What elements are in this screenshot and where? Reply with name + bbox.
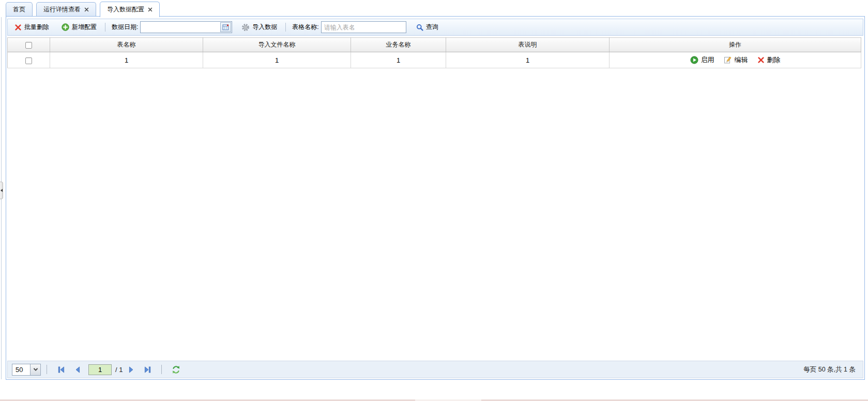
tab-run-detail-label: 运行详情查看 [43,5,81,14]
enable-label: 启用 [701,55,714,65]
page-size-select[interactable]: 50 [12,364,41,376]
row-checkbox[interactable] [25,57,32,64]
left-arrow-icon [1,189,3,192]
pager-summary: 每页 50 条,共 1 条 [803,365,859,374]
header-checkbox-cell [8,38,50,52]
column-header-actions: 操作 [610,38,861,52]
datagrid: 表名称 导入文件名称 业务名称 表说明 操作 1 1 1 1 [7,37,863,68]
import-data-label: 导入数据 [252,23,277,32]
gear-icon [241,23,250,32]
cell-import-file-name: 1 [203,52,351,68]
column-header-table-name: 表名称 [50,38,203,52]
tab-bar: 首页 运行详情查看 导入数据配置 [6,0,163,17]
table-name-input[interactable] [321,21,406,33]
tab-home-label: 首页 [13,5,25,14]
total-pages-label: / 1 [115,366,123,374]
search-label: 查询 [426,23,438,32]
enable-button[interactable]: 启用 [690,55,714,65]
chevron-down-icon[interactable] [30,364,40,375]
cell-business-name: 1 [351,52,446,68]
select-all-checkbox[interactable] [25,42,32,49]
column-header-business-name: 业务名称 [351,38,446,52]
toolbar-separator [285,23,286,32]
tab-home[interactable]: 首页 [6,2,33,16]
batch-delete-label: 批量删除 [24,23,49,32]
edit-label: 编辑 [735,55,748,65]
delete-label: 删除 [767,55,781,65]
table-row[interactable]: 1 1 1 1 [8,52,861,68]
tab-import-config[interactable]: 导入数据配置 [100,2,160,17]
add-config-button[interactable]: 新增配置 [59,22,99,33]
cell-actions: 启用 编辑 [610,52,861,68]
import-data-button[interactable]: 导入数据 [239,22,279,33]
tab-run-detail[interactable]: 运行详情查看 [36,2,96,16]
search-button[interactable]: 查询 [414,22,440,33]
red-x-icon [14,24,22,31]
column-header-import-file-name: 导入文件名称 [203,38,351,52]
west-collapse-handle[interactable] [0,182,3,199]
next-page-button[interactable] [124,363,138,376]
pencil-icon [724,56,732,64]
tab-close-icon[interactable] [148,7,153,12]
current-page-input[interactable] [88,364,112,375]
tab-close-icon[interactable] [84,7,89,12]
green-plus-circle-icon [62,23,69,31]
page-size-value: 50 [12,364,30,375]
toolbar-separator [105,23,105,32]
cell-table-name: 1 [50,52,203,68]
toolbar: 批量删除 新增配置 数据日期: [7,19,863,36]
batch-delete-button[interactable]: 批量删除 [12,22,51,33]
header-row: 表名称 导入文件名称 业务名称 表说明 操作 [8,38,861,52]
pagination-bar: 50 / 1 [7,361,863,378]
edit-button[interactable]: 编辑 [724,55,748,65]
date-field [140,21,232,33]
pager-separator [161,365,162,374]
pager-separator [47,365,47,374]
calendar-icon[interactable] [220,22,231,32]
tab-import-config-label: 导入数据配置 [107,5,144,14]
first-page-button[interactable] [54,363,68,376]
cell-table-desc: 1 [446,52,610,68]
import-config-panel: 批量删除 新增配置 数据日期: [6,16,865,380]
column-header-table-desc: 表说明 [446,38,610,52]
add-config-label: 新增配置 [72,23,97,32]
date-input[interactable] [141,22,220,32]
red-x-icon [757,56,765,64]
date-label: 数据日期: [112,23,138,32]
last-page-button[interactable] [141,363,154,376]
green-play-circle-icon [690,56,698,64]
delete-button[interactable]: 删除 [757,55,781,65]
refresh-icon[interactable] [169,363,182,376]
prev-page-button[interactable] [71,363,84,376]
row-checkbox-cell [8,52,50,68]
magnifier-icon [416,24,423,31]
table-name-label: 表格名称: [292,23,318,32]
